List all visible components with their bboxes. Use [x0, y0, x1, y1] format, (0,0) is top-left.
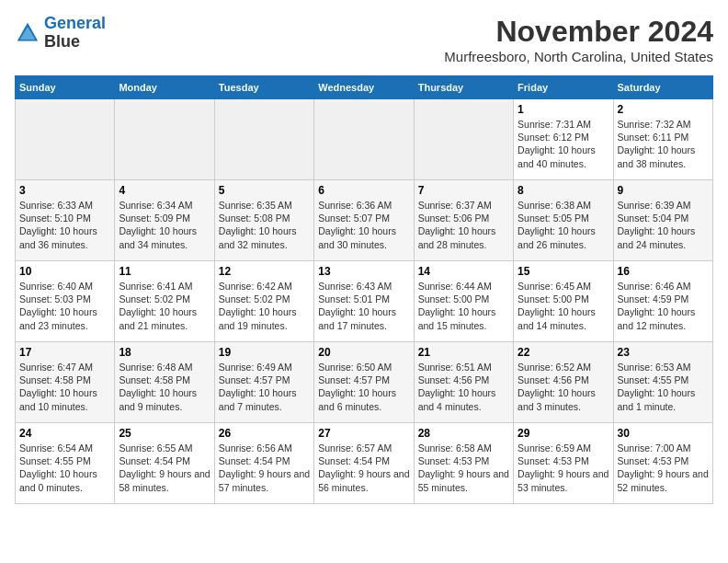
- day-number: 8: [518, 184, 609, 197]
- day-cell: 3Sunrise: 6:33 AMSunset: 5:10 PMDaylight…: [16, 180, 115, 261]
- day-number: 26: [219, 427, 310, 440]
- day-number: 28: [418, 427, 509, 440]
- day-info: Sunrise: 6:57 AMSunset: 4:54 PMDaylight:…: [318, 442, 409, 494]
- day-number: 6: [318, 184, 409, 197]
- day-cell: 4Sunrise: 6:34 AMSunset: 5:09 PMDaylight…: [115, 180, 214, 261]
- title-block: November 2024 Murfreesboro, North Caroli…: [444, 15, 713, 64]
- day-cell: 19Sunrise: 6:49 AMSunset: 4:57 PMDayligh…: [214, 342, 313, 423]
- day-number: 2: [618, 103, 709, 116]
- day-cell: 30Sunrise: 7:00 AMSunset: 4:53 PMDayligh…: [613, 423, 712, 504]
- day-cell: [214, 99, 313, 180]
- day-number: 3: [19, 184, 110, 197]
- day-number: 13: [318, 265, 409, 278]
- day-info: Sunrise: 6:42 AMSunset: 5:02 PMDaylight:…: [219, 280, 310, 332]
- week-row-4: 17Sunrise: 6:47 AMSunset: 4:58 PMDayligh…: [16, 342, 713, 423]
- day-info: Sunrise: 7:31 AMSunset: 6:12 PMDaylight:…: [518, 118, 609, 170]
- day-cell: 21Sunrise: 6:51 AMSunset: 4:56 PMDayligh…: [414, 342, 513, 423]
- day-number: 5: [219, 184, 310, 197]
- day-cell: 2Sunrise: 7:32 AMSunset: 6:11 PMDaylight…: [613, 99, 712, 180]
- day-info: Sunrise: 6:58 AMSunset: 4:53 PMDaylight:…: [418, 442, 509, 494]
- day-cell: 24Sunrise: 6:54 AMSunset: 4:55 PMDayligh…: [16, 423, 115, 504]
- week-row-3: 10Sunrise: 6:40 AMSunset: 5:03 PMDayligh…: [16, 261, 713, 342]
- day-info: Sunrise: 7:32 AMSunset: 6:11 PMDaylight:…: [618, 118, 709, 170]
- day-number: 18: [119, 346, 210, 359]
- header-friday: Friday: [514, 76, 613, 99]
- day-number: 21: [418, 346, 509, 359]
- day-number: 19: [219, 346, 310, 359]
- day-info: Sunrise: 6:55 AMSunset: 4:54 PMDaylight:…: [119, 442, 210, 494]
- logo-icon: [15, 20, 40, 46]
- day-cell: [314, 99, 414, 180]
- day-cell: 8Sunrise: 6:38 AMSunset: 5:05 PMDaylight…: [514, 180, 613, 261]
- day-number: 7: [418, 184, 509, 197]
- day-cell: 1Sunrise: 7:31 AMSunset: 6:12 PMDaylight…: [514, 99, 613, 180]
- day-info: Sunrise: 6:41 AMSunset: 5:02 PMDaylight:…: [119, 280, 210, 332]
- day-number: 16: [618, 265, 709, 278]
- week-row-5: 24Sunrise: 6:54 AMSunset: 4:55 PMDayligh…: [16, 423, 713, 504]
- day-cell: 6Sunrise: 6:36 AMSunset: 5:07 PMDaylight…: [314, 180, 414, 261]
- page-header: GeneralBlue November 2024 Murfreesboro, …: [15, 15, 713, 64]
- day-info: Sunrise: 6:54 AMSunset: 4:55 PMDaylight:…: [19, 442, 110, 494]
- location-subtitle: Murfreesboro, North Carolina, United Sta…: [444, 49, 713, 64]
- day-cell: 17Sunrise: 6:47 AMSunset: 4:58 PMDayligh…: [16, 342, 115, 423]
- day-cell: 27Sunrise: 6:57 AMSunset: 4:54 PMDayligh…: [314, 423, 414, 504]
- day-number: 10: [19, 265, 110, 278]
- day-cell: 10Sunrise: 6:40 AMSunset: 5:03 PMDayligh…: [16, 261, 115, 342]
- day-cell: 16Sunrise: 6:46 AMSunset: 4:59 PMDayligh…: [613, 261, 712, 342]
- day-info: Sunrise: 6:48 AMSunset: 4:58 PMDaylight:…: [119, 361, 210, 413]
- day-number: 12: [219, 265, 310, 278]
- calendar-table: SundayMondayTuesdayWednesdayThursdayFrid…: [15, 75, 713, 504]
- day-number: 17: [19, 346, 110, 359]
- day-info: Sunrise: 6:40 AMSunset: 5:03 PMDaylight:…: [19, 280, 110, 332]
- day-info: Sunrise: 6:46 AMSunset: 4:59 PMDaylight:…: [618, 280, 709, 332]
- day-cell: 11Sunrise: 6:41 AMSunset: 5:02 PMDayligh…: [115, 261, 214, 342]
- day-cell: 18Sunrise: 6:48 AMSunset: 4:58 PMDayligh…: [115, 342, 214, 423]
- day-info: Sunrise: 6:44 AMSunset: 5:00 PMDaylight:…: [418, 280, 509, 332]
- day-info: Sunrise: 6:47 AMSunset: 4:58 PMDaylight:…: [19, 361, 110, 413]
- day-cell: 22Sunrise: 6:52 AMSunset: 4:56 PMDayligh…: [514, 342, 613, 423]
- day-number: 29: [518, 427, 609, 440]
- day-number: 11: [119, 265, 210, 278]
- day-cell: 26Sunrise: 6:56 AMSunset: 4:54 PMDayligh…: [214, 423, 313, 504]
- day-info: Sunrise: 6:39 AMSunset: 5:04 PMDaylight:…: [618, 199, 709, 251]
- day-number: 14: [418, 265, 509, 278]
- day-cell: [115, 99, 214, 180]
- calendar-header-row: SundayMondayTuesdayWednesdayThursdayFrid…: [16, 76, 713, 99]
- day-info: Sunrise: 6:51 AMSunset: 4:56 PMDaylight:…: [418, 361, 509, 413]
- day-number: 4: [119, 184, 210, 197]
- day-cell: [16, 99, 115, 180]
- day-cell: 25Sunrise: 6:55 AMSunset: 4:54 PMDayligh…: [115, 423, 214, 504]
- header-thursday: Thursday: [414, 76, 513, 99]
- day-number: 24: [19, 427, 110, 440]
- day-cell: 28Sunrise: 6:58 AMSunset: 4:53 PMDayligh…: [414, 423, 513, 504]
- header-monday: Monday: [115, 76, 214, 99]
- day-info: Sunrise: 6:50 AMSunset: 4:57 PMDaylight:…: [318, 361, 409, 413]
- day-number: 23: [618, 346, 709, 359]
- day-cell: 23Sunrise: 6:53 AMSunset: 4:55 PMDayligh…: [613, 342, 712, 423]
- week-row-2: 3Sunrise: 6:33 AMSunset: 5:10 PMDaylight…: [16, 180, 713, 261]
- day-cell: 9Sunrise: 6:39 AMSunset: 5:04 PMDaylight…: [613, 180, 712, 261]
- week-row-1: 1Sunrise: 7:31 AMSunset: 6:12 PMDaylight…: [16, 99, 713, 180]
- day-info: Sunrise: 6:36 AMSunset: 5:07 PMDaylight:…: [318, 199, 409, 251]
- day-info: Sunrise: 6:34 AMSunset: 5:09 PMDaylight:…: [119, 199, 210, 251]
- day-info: Sunrise: 6:33 AMSunset: 5:10 PMDaylight:…: [19, 199, 110, 251]
- day-info: Sunrise: 7:00 AMSunset: 4:53 PMDaylight:…: [618, 442, 709, 494]
- day-info: Sunrise: 6:49 AMSunset: 4:57 PMDaylight:…: [219, 361, 310, 413]
- day-number: 27: [318, 427, 409, 440]
- day-cell: [414, 99, 513, 180]
- day-cell: 5Sunrise: 6:35 AMSunset: 5:08 PMDaylight…: [214, 180, 313, 261]
- day-cell: 15Sunrise: 6:45 AMSunset: 5:00 PMDayligh…: [514, 261, 613, 342]
- day-cell: 29Sunrise: 6:59 AMSunset: 4:53 PMDayligh…: [514, 423, 613, 504]
- day-info: Sunrise: 6:37 AMSunset: 5:06 PMDaylight:…: [418, 199, 509, 251]
- day-info: Sunrise: 6:53 AMSunset: 4:55 PMDaylight:…: [618, 361, 709, 413]
- day-number: 30: [618, 427, 709, 440]
- day-number: 20: [318, 346, 409, 359]
- day-number: 25: [119, 427, 210, 440]
- day-number: 15: [518, 265, 609, 278]
- header-saturday: Saturday: [613, 76, 712, 99]
- day-number: 9: [618, 184, 709, 197]
- day-info: Sunrise: 6:56 AMSunset: 4:54 PMDaylight:…: [219, 442, 310, 494]
- day-cell: 13Sunrise: 6:43 AMSunset: 5:01 PMDayligh…: [314, 261, 414, 342]
- month-year-title: November 2024: [444, 15, 713, 49]
- day-info: Sunrise: 6:35 AMSunset: 5:08 PMDaylight:…: [219, 199, 310, 251]
